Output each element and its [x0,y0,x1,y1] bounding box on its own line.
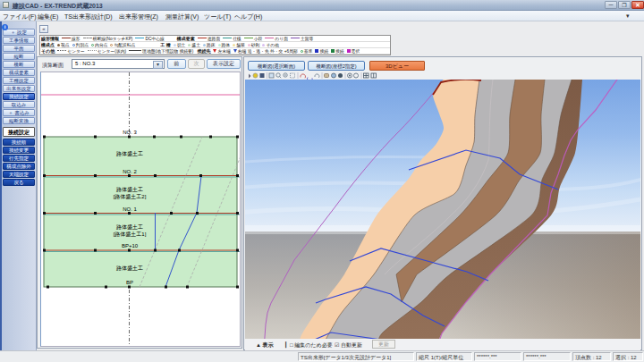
svg-text:BP: BP [126,280,133,285]
svg-text:BP+10: BP+10 [122,243,139,248]
svg-text:[路体盛土工2]: [路体盛土工2] [114,193,147,200]
svg-text:路体盛土工: 路体盛土工 [116,186,143,193]
svg-text:NO. 1: NO. 1 [123,206,137,212]
svg-text:[路体盛土工1]: [路体盛土工1] [114,231,147,238]
svg-text:路体盛土工: 路体盛土工 [116,150,143,157]
svg-text:路体盛土工: 路体盛土工 [116,265,143,272]
svg-text:路体盛土工: 路体盛土工 [116,223,143,231]
svg-text:NO. 2: NO. 2 [123,169,137,174]
svg-text:NO. 3: NO. 3 [123,130,137,135]
